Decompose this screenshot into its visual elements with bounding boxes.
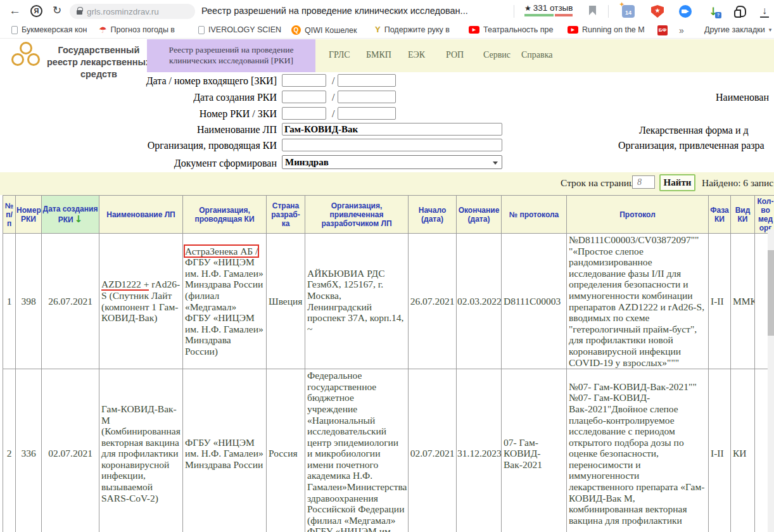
back-icon[interactable]: ← (9, 4, 21, 18)
cell-lp-name: AZD1222 + rAd26-S (Спутник Лайт (компоне… (99, 234, 183, 369)
cell-protocol-number: D8111C00003 (502, 234, 567, 369)
label-incoming-date-number: Дата / номер входящего [ЗКИ] (0, 75, 277, 87)
nav-service[interactable]: Сервис (483, 50, 511, 60)
address-bar[interactable]: grls.rosminzdrav.ru (70, 4, 195, 19)
bookmark-item[interactable]: ▶Running on the M (568, 25, 645, 34)
slash-separator: / (332, 108, 334, 120)
bookmark-item[interactable]: Букмекерская кон (11, 25, 87, 34)
header-conducting-org[interactable]: Организация, проводящая КИ (183, 196, 267, 234)
header-start-date[interactable]: Начало (дата) (409, 196, 457, 234)
lp-name-input[interactable] (282, 123, 502, 136)
page-icon (11, 26, 18, 34)
header-phase[interactable]: Фаза КИ (709, 196, 731, 234)
label-attracted-org-cut: Организация, привлеченная разра (618, 140, 764, 151)
select-chevron-icon (493, 162, 498, 165)
header-end-date[interactable]: Окончание (дата) (457, 196, 502, 234)
rows-per-page-input[interactable] (632, 175, 655, 189)
cell-created-date: 26.07.2021 (42, 234, 99, 369)
nav-grls[interactable]: ГРЛС (329, 50, 350, 60)
yandex-browser-icon[interactable]: Я (30, 5, 42, 17)
calendar-extension-icon[interactable]: ✦14 (622, 5, 635, 18)
hand-extension-icon[interactable] (736, 6, 746, 17)
found-count-label: Найдено: 6 записей (702, 177, 774, 189)
label-document-formed: Документ сформирован (0, 158, 277, 169)
tab-rki-active[interactable]: Реестр разрешений на проведение клиничес… (147, 39, 315, 72)
cell-phase: I-II (709, 369, 731, 532)
rows-per-page-label: Строк на странице (561, 177, 638, 189)
table-header-row: № п/п Номер РКИ Дата создания РКИ↓ Наиме… (3, 196, 774, 234)
table-row: 2 336 02.07.2021 Гам-КОВИД-Вак-М (Комбин… (3, 369, 774, 532)
star-icon: ★ (524, 4, 531, 13)
youtube-icon: ▶ (568, 26, 578, 34)
cell-rki-number: 336 (16, 369, 42, 532)
other-bookmarks-button[interactable]: Другие закладки▾ (704, 25, 771, 34)
label-name-cut: Наименован (716, 92, 769, 103)
toolbar-divider (514, 5, 514, 18)
header-lp-name[interactable]: Наименование ЛП (99, 196, 183, 234)
header-rki-created-date-sorted[interactable]: Дата создания РКИ↓ (42, 196, 99, 234)
savefrom-extension-icon[interactable]: ↓? (707, 5, 720, 18)
video-call-extension-icon[interactable] (679, 5, 692, 18)
question-badge: ? (715, 12, 721, 18)
sparkle-icon: ✦ (619, 2, 625, 8)
bookmarks-bar: Букмекерская кон ☂Прогноз погоды в IVERO… (0, 23, 774, 39)
sort-desc-icon: ↓ (75, 213, 83, 225)
bookmark-item[interactable]: IVEROLOGY SCIEN (198, 25, 281, 34)
bookmark-item[interactable]: БФ (657, 25, 668, 35)
reviews-count: 331 отзыв (533, 3, 573, 13)
page-icon (198, 26, 205, 34)
header-med-org-count[interactable]: Кол-во мед орг (755, 196, 774, 234)
bookmark-item[interactable]: ▶Театральность пре (469, 25, 554, 34)
cell-row-number: 1 (3, 234, 16, 369)
shield-extension-icon[interactable]: ★ (651, 5, 664, 18)
site-nav: ГРЛС БМКП ЕЭК РОП Сервис Справка (315, 39, 774, 72)
header-developer-country[interactable]: Страна разраб-ка (267, 196, 305, 234)
header-protocol-number[interactable]: № протокола (502, 196, 567, 234)
conducting-org-input[interactable] (282, 139, 502, 151)
document-formed-select[interactable]: Минздрав (282, 155, 502, 169)
rki-created-to-input[interactable] (338, 91, 396, 103)
header-rki-number[interactable]: Номер РКИ (16, 196, 42, 234)
nav-help[interactable]: Справка (521, 50, 552, 60)
label-rki-zki-number: Номер РКИ / ЗКИ (0, 108, 277, 120)
bookmark-item[interactable]: ☂Прогноз погоды в (99, 25, 175, 34)
site-reviews-badge[interactable]: ★331 отзыв (524, 3, 574, 16)
url-text: grls.rosminzdrav.ru (87, 7, 159, 16)
rki-number-input[interactable] (282, 107, 326, 120)
incoming-date-input[interactable] (282, 74, 326, 87)
cell-attracted-org: Федеральное государственное бюджетное уч… (305, 369, 409, 532)
cell-kind: КИ (731, 369, 755, 532)
nav-bmkp[interactable]: БМКП (366, 50, 391, 60)
nav-rop[interactable]: РОП (446, 50, 464, 60)
header-kind[interactable]: Вид КИ (731, 196, 755, 234)
header-protocol[interactable]: Протокол (567, 196, 709, 234)
cell-conducting-org: АстраЗенека АБ / ФГБУ «НИЦЭМ им. Н.Ф. Га… (183, 234, 267, 369)
zki-number-input[interactable] (338, 107, 396, 120)
header-row-number[interactable]: № п/п (3, 196, 16, 234)
cell-row-number: 2 (3, 369, 16, 532)
downloads-icon[interactable]: ↓ (760, 5, 769, 18)
cell-created-date: 02.07.2021 (42, 369, 99, 532)
scrollbar-thumb[interactable] (768, 250, 774, 336)
refresh-icon[interactable]: ↻ (53, 4, 61, 17)
browser-toolbar: ← Я ↻ grls.rosminzdrav.ru Реестр разреше… (0, 0, 774, 23)
nav-eek[interactable]: ЕЭК (408, 50, 425, 60)
bookmarks-overflow-chevron[interactable]: » (679, 25, 684, 35)
find-button[interactable]: Найти (659, 174, 695, 191)
bookmark-flag-icon[interactable] (589, 6, 596, 15)
label-dosage-form-cut: Лекарственная форма и д (639, 125, 749, 136)
cell-country: Швеция (267, 234, 305, 369)
header-attracted-org[interactable]: Организация, привлеченная разработчиком … (305, 196, 409, 234)
incoming-number-input[interactable] (338, 74, 396, 87)
rki-created-from-input[interactable] (282, 91, 326, 103)
camera-icon (682, 10, 687, 13)
cell-protocol: №07- Гам-КОВИД-Вак-2021"" №07- Гам-КОВИД… (567, 369, 709, 532)
table-row: 1 398 26.07.2021 AZD1222 + rAd26-S (Спут… (3, 234, 774, 369)
cell-end-date: 02.03.2022 (457, 234, 502, 369)
cell-start-date: 26.07.2021 (409, 234, 457, 369)
bookmark-item[interactable]: YПодержите руку в (375, 25, 450, 34)
slash-separator: / (332, 75, 334, 87)
bookmark-item[interactable]: QQIWI Кошелек (291, 25, 357, 35)
results-table: № п/п Номер РКИ Дата создания РКИ↓ Наиме… (3, 195, 774, 532)
cell-protocol: №D8111C00003/CV03872097"" "«Простое слеп… (567, 234, 709, 369)
